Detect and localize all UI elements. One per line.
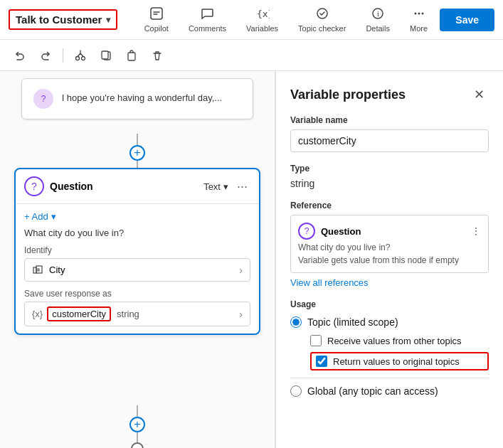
cut-button[interactable] [69, 44, 92, 67]
panel-title: Variable properties [290, 87, 406, 102]
toolbar-divider-1 [63, 48, 63, 63]
close-panel-button[interactable]: ✕ [470, 85, 489, 104]
city-icon [32, 263, 43, 277]
ref-node-icon: ? [298, 223, 315, 240]
details-label: Details [366, 24, 390, 33]
toolbar-comments[interactable]: Comments [179, 4, 236, 36]
topic-checker-label: Topic checker [298, 24, 346, 33]
return-checkbox[interactable] [316, 356, 327, 367]
variables-label: Variables [246, 24, 278, 33]
toolbar-variables[interactable]: {x} Variables [236, 4, 288, 36]
topic-radio-row[interactable]: Topic (limited scope) [290, 316, 489, 328]
add-node-bottom[interactable]: + [129, 417, 145, 432]
return-label: Return values to original topics [333, 356, 460, 367]
svg-point-8 [76, 56, 80, 60]
usage-divider [290, 378, 489, 378]
copilot-label: Copilot [144, 24, 169, 33]
ref-menu-icon[interactable]: ⋮ [471, 225, 481, 237]
toolbar-copilot[interactable]: Copilot [134, 4, 179, 36]
global-radio-row[interactable]: Global (any topic can access) [290, 385, 489, 397]
type-label: Type [290, 164, 489, 174]
add-node-top[interactable]: + [129, 145, 145, 161]
redo-button[interactable] [34, 44, 57, 67]
variables-icon: {x} [255, 6, 270, 23]
toolbar-icons: Copilot Comments {x} Variables [132, 4, 440, 36]
ref-node-title: Question [321, 226, 465, 237]
add-button[interactable]: + Add ▾ [24, 211, 56, 222]
connector-end [137, 432, 138, 442]
close-icon: ✕ [474, 87, 485, 102]
node-menu-icon[interactable]: ··· [234, 179, 250, 194]
chevron-down-icon: ▾ [223, 181, 228, 192]
svg-point-7 [421, 13, 423, 15]
variable-name-section: Variable name [290, 115, 489, 152]
svg-rect-15 [38, 269, 39, 271]
app-title-text: Talk to Customer [16, 14, 102, 26]
reference-box: ? Question ⋮ What city do you live in? V… [290, 215, 489, 273]
main-toolbar: Talk to Customer ▾ Copilot Comments [0, 0, 503, 40]
details-icon: i [371, 6, 385, 23]
svg-text:i: i [377, 9, 379, 18]
identify-value: City [49, 265, 239, 275]
svg-point-6 [418, 13, 420, 15]
ref-header: ? Question ⋮ [298, 223, 481, 240]
add-chevron-icon: ▾ [51, 211, 56, 222]
toolbar-topic-checker[interactable]: Topic checker [288, 4, 356, 36]
copy-button[interactable] [95, 44, 117, 67]
reference-section: Reference ? Question ⋮ What city do you … [290, 201, 489, 288]
node-type-text: Text [203, 181, 221, 192]
toolbar-more[interactable]: More [400, 4, 438, 36]
secondary-toolbar [0, 40, 503, 71]
delete-button[interactable] [146, 44, 169, 67]
view-all-references-link[interactable]: View all references [290, 277, 489, 288]
receive-checkbox-row[interactable]: Receive values from other topics [310, 335, 489, 346]
variable-properties-panel: Variable properties ✕ Variable name Type… [275, 71, 503, 448]
ref-node-desc: What city do you live in? [298, 242, 481, 252]
identify-row[interactable]: City › [24, 258, 250, 282]
topic-checkboxes: Receive values from other topics Return … [290, 335, 489, 370]
more-icon [412, 6, 426, 23]
node-body: + Add ▾ What city do you live in? Identi… [16, 204, 259, 334]
save-row-chevron-icon: › [239, 309, 243, 320]
global-radio[interactable] [290, 385, 302, 397]
variable-name-input[interactable] [290, 129, 489, 152]
receive-checkbox[interactable] [310, 335, 322, 346]
svg-text:{x}: {x} [257, 9, 270, 19]
end-circle [131, 442, 144, 448]
node-type-badge[interactable]: Text ▾ [203, 181, 228, 192]
question-node: ? Question Text ▾ ··· + Add ▾ What city … [14, 168, 260, 335]
toolbar-details[interactable]: i Details [356, 4, 400, 36]
question-text: What city do you live in? [24, 228, 250, 238]
usage-section: Usage Topic (limited scope) Receive valu… [290, 299, 489, 397]
var-icon: {x} [32, 309, 43, 319]
node-header: ? Question Text ▾ ··· [16, 169, 259, 204]
global-radio-label: Global (any topic can access) [307, 385, 438, 397]
topic-radio-label: Topic (limited scope) [307, 316, 398, 328]
add-button-label: + Add [24, 211, 48, 222]
variable-name-label: Variable name [290, 115, 489, 125]
svg-point-9 [82, 56, 85, 60]
paste-button[interactable] [120, 44, 143, 67]
usage-label: Usage [290, 299, 489, 309]
var-name: customerCity [47, 306, 111, 321]
undo-button[interactable] [9, 44, 31, 67]
save-response-row[interactable]: {x} customerCity string › [24, 302, 250, 326]
svg-rect-0 [151, 8, 162, 19]
copilot-icon [149, 6, 164, 23]
comments-label: Comments [189, 24, 226, 33]
app-title[interactable]: Talk to Customer ▾ [9, 9, 117, 30]
topic-radio[interactable] [290, 316, 302, 328]
ref-note: Variable gets value from this node if em… [298, 255, 481, 265]
var-type: string [117, 309, 239, 319]
receive-label: Receive values from other topics [327, 336, 462, 346]
save-button[interactable]: Save [440, 9, 494, 31]
topic-checker-icon [315, 6, 329, 23]
return-checkbox-row[interactable]: Return values to original topics [310, 352, 489, 370]
identify-chevron-icon: › [239, 265, 243, 276]
connector-mid [137, 161, 138, 168]
comments-icon [200, 6, 214, 23]
save-response-label: Save user response as [24, 289, 250, 299]
question-node-icon: ? [24, 176, 44, 196]
type-value: string [290, 178, 489, 189]
identify-label: Identify [24, 245, 250, 255]
